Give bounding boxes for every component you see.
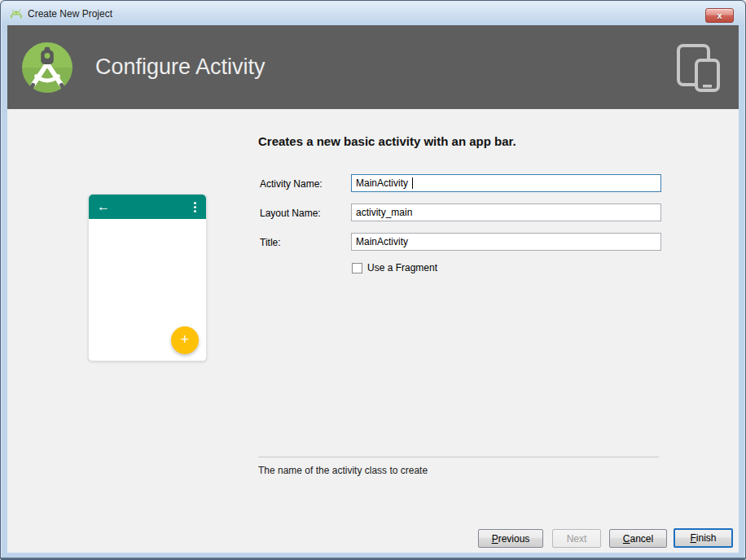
use-fragment-label: Use a Fragment <box>367 262 437 273</box>
layout-name-input[interactable] <box>351 203 661 221</box>
activity-name-label: Activity Name: <box>260 178 323 190</box>
preview-appbar: ← <box>89 195 206 219</box>
help-divider <box>258 457 659 457</box>
window-title: Create New Project <box>28 8 112 20</box>
cancel-button[interactable]: Cancel <box>609 529 667 548</box>
activity-name-input[interactable] <box>351 174 661 192</box>
close-button[interactable]: x <box>705 8 734 23</box>
title-label: Title: <box>260 237 281 248</box>
next-button: Next <box>552 529 601 548</box>
field-help-text: The name of the activity class to create <box>258 465 428 476</box>
phone-tablet-icon <box>674 42 725 93</box>
overflow-menu-icon <box>194 202 196 212</box>
fab-plus-icon: + <box>171 326 199 354</box>
activity-preview-thumbnail: ← + <box>88 194 207 361</box>
text-caret <box>412 177 413 189</box>
title-input[interactable] <box>351 233 661 251</box>
use-fragment-checkbox[interactable] <box>352 263 362 273</box>
use-fragment-row: Use a Fragment <box>352 262 437 273</box>
wizard-step-title: Configure Activity <box>95 55 265 80</box>
previous-button[interactable]: Previous <box>478 529 543 548</box>
wizard-body: ← + Creates a new basic activity with an… <box>7 109 739 553</box>
wizard-header: Configure Activity <box>7 25 739 109</box>
android-studio-logo-icon <box>21 42 73 94</box>
titlebar[interactable]: Create New Project x <box>2 2 744 25</box>
create-new-project-dialog: Create New Project x Configure Activity <box>0 0 746 560</box>
finish-button[interactable]: Finish <box>674 528 733 548</box>
back-arrow-icon: ← <box>97 200 110 213</box>
layout-name-label: Layout Name: <box>260 208 321 219</box>
template-description: Creates a new basic activity with an app… <box>258 134 516 148</box>
android-app-icon <box>10 7 23 20</box>
